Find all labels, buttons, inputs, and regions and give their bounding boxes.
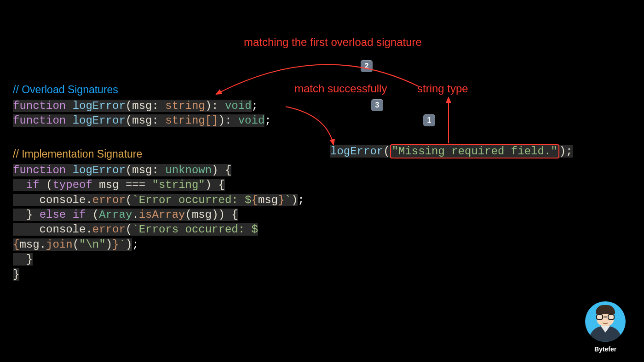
overload-sig-1: function logError(msg: string): void; [13, 99, 305, 113]
overload-sig-2: function logError(msg: string[]): void; [13, 113, 305, 128]
code-left: // Overload Signatures function logError… [13, 83, 305, 282]
badge-1: 1 [423, 114, 435, 126]
impl-line-1: function logError(msg: unknown) { [13, 163, 305, 178]
badge-3: 3 [371, 99, 383, 111]
comment-impl: // Implementation Signature [13, 147, 305, 161]
call-expression: logError("Missing required field."); [330, 144, 573, 159]
impl-line-2: if (typeof msg === "string") { [13, 178, 305, 192]
annotation-match-success: match successfully [294, 82, 387, 95]
badge-2: 2 [361, 60, 373, 72]
impl-line-7: } [13, 252, 305, 267]
impl-line-4: } else if (Array.isArray(msg)) { [13, 208, 305, 222]
impl-line-5: console.error(`Errors occurred: $ [13, 222, 305, 237]
author-block: Bytefer [585, 301, 626, 353]
highlighted-arg: "Missing required field." [390, 144, 559, 158]
author-name: Bytefer [585, 345, 626, 353]
comment-overload: // Overload Signatures [13, 83, 305, 97]
annotation-string-type: string type [417, 82, 468, 95]
impl-line-3: console.error(`Error occurred: ${msg}`); [13, 193, 305, 208]
impl-line-6: {msg.join("\n")}`); [13, 238, 305, 252]
impl-line-8: } [13, 267, 305, 282]
avatar-icon [585, 301, 626, 342]
annotation-top: matching the first overload signature [244, 36, 422, 49]
